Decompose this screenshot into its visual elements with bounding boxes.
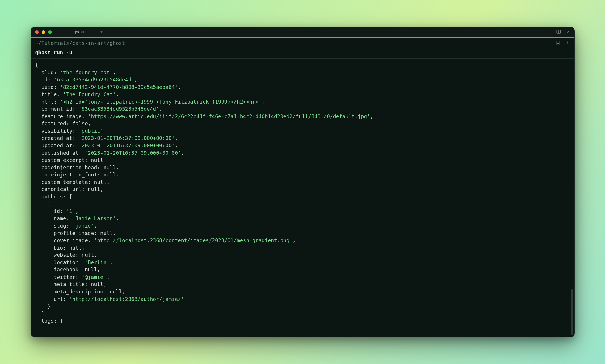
val-twitter: '@jamie' <box>82 274 107 280</box>
key-profile-image: profile_image: <box>54 230 97 236</box>
val-null: null <box>91 157 103 163</box>
chevron-down-icon[interactable] <box>565 29 570 35</box>
key-comment-id: comment_id: <box>41 106 75 112</box>
key-meta-description: meta_description: <box>54 289 107 295</box>
val-author-name: 'Jamie Larson' <box>72 215 116 221</box>
val-null: null <box>85 266 97 272</box>
key-facebook: facebook: <box>54 266 82 272</box>
key-uuid: uuid: <box>41 84 57 90</box>
tab-ghost[interactable]: ghost <box>63 27 94 37</box>
svg-point-2 <box>567 41 568 41</box>
val-feature-image: 'https://www.artic.edu/iiif/2/6c22c41f-f… <box>88 113 370 119</box>
key-created-at: created_at: <box>41 135 75 141</box>
key-updated-at: updated_at: <box>41 142 75 148</box>
val-uuid: '82cd7442-941d-4770-b808-39c5e5aeba64' <box>60 84 178 90</box>
key-html: html: <box>41 99 57 105</box>
brace: { <box>48 201 51 207</box>
cwd-bar: ~/Tutorials/cats-in-art/ghost <box>31 38 574 48</box>
brace: } <box>48 303 51 309</box>
val-null: null <box>69 245 82 251</box>
val-null: null <box>94 179 106 185</box>
key-author-id: id: <box>54 208 63 214</box>
close-window-button[interactable] <box>35 30 39 34</box>
key-canonical-url: canonical_url: <box>41 186 85 192</box>
scrollbar[interactable] <box>571 289 573 335</box>
val-null: null <box>100 230 113 236</box>
panels-icon[interactable] <box>556 29 561 35</box>
val-title: 'The Foundry Cat' <box>63 91 116 97</box>
val-location: 'Berlin' <box>85 259 110 265</box>
key-slug: slug: <box>41 69 57 75</box>
val-slug: 'the-foundry-cat' <box>60 69 113 75</box>
val-visibility: 'public' <box>78 128 103 134</box>
key-bio: bio: <box>54 245 66 251</box>
terminal-window: ghost + ~/Tutorials/cats-in-art/ghost <box>31 27 575 337</box>
val-published-at: '2023-01-20T16:37:09.000+00:00' <box>85 150 181 156</box>
val-null: null <box>82 252 94 258</box>
key-custom-excerpt: custom_excerpt: <box>41 157 88 163</box>
more-icon[interactable] <box>565 40 570 46</box>
key-codeinjection-head: codeinjection_head: <box>41 164 100 170</box>
val-html: '<h2 id="tony-fitzpatrick-1999">Tony Fit… <box>60 99 261 105</box>
key-tags: tags: [ <box>41 318 63 324</box>
key-feature-image: feature_image: <box>41 113 85 119</box>
terminal-output[interactable]: { slug: 'the-foundry-cat', id: '63cac335… <box>31 59 571 337</box>
titlebar-actions <box>556 29 570 35</box>
window-controls <box>35 30 52 34</box>
val-comment-id: '63cac33534dd9523b548de4d' <box>78 106 159 112</box>
key-author-slug: slug: <box>54 223 69 229</box>
val-id: '63cac33534dd9523b548de4d' <box>54 77 135 83</box>
key-featured: featured: <box>41 120 69 126</box>
val-author-id: '1' <box>66 208 76 214</box>
key-twitter: twitter: <box>54 274 79 280</box>
val-author-url: 'http://localhost:2368/author/jamie/' <box>69 296 184 302</box>
authors-close: ], <box>41 311 48 317</box>
val-null: null <box>103 172 116 178</box>
val-updated-at: '2023-01-20T16:37:09.000+00:00' <box>78 142 175 148</box>
command-line[interactable]: ghost run -D <box>31 48 574 59</box>
new-tab-button[interactable]: + <box>94 29 109 35</box>
key-author-name: name: <box>54 215 69 221</box>
val-cover-image: 'http://localhost:2368/content/images/20… <box>94 237 293 243</box>
svg-point-3 <box>567 42 568 43</box>
key-id: id: <box>41 77 51 83</box>
val-featured: false <box>72 120 88 126</box>
val-created-at: '2023-01-20T16:37:09.000+00:00' <box>78 135 175 141</box>
key-custom-template: custom_template: <box>41 179 91 185</box>
titlebar: ghost + <box>31 27 574 37</box>
key-codeinjection-foot: codeinjection_foot: <box>41 172 100 178</box>
cwd-path: ~/Tutorials/cats-in-art/ghost <box>35 40 125 46</box>
val-null: null <box>103 164 116 170</box>
bookmark-icon[interactable] <box>556 40 560 46</box>
val-null: null <box>110 289 122 295</box>
minimize-window-button[interactable] <box>42 30 45 34</box>
key-author-url: url: <box>54 296 66 302</box>
val-null: null <box>88 186 100 192</box>
key-location: location: <box>54 259 82 265</box>
key-published-at: published_at: <box>41 150 82 156</box>
key-authors: authors: [ <box>41 194 72 200</box>
svg-point-4 <box>567 44 568 44</box>
val-null: null <box>91 281 103 287</box>
key-cover-image: cover_image: <box>54 237 91 243</box>
val-author-slug: 'jamie' <box>72 223 94 229</box>
key-title: title: <box>41 91 60 97</box>
key-visibility: visibility: <box>41 128 75 134</box>
brace: { <box>35 62 38 68</box>
maximize-window-button[interactable] <box>48 30 52 34</box>
key-website: website: <box>54 252 79 258</box>
terminal-content: ~/Tutorials/cats-in-art/ghost ghost run … <box>31 37 574 337</box>
tab-bar: ghost + <box>63 27 109 37</box>
key-meta-title: meta_title: <box>54 281 88 287</box>
